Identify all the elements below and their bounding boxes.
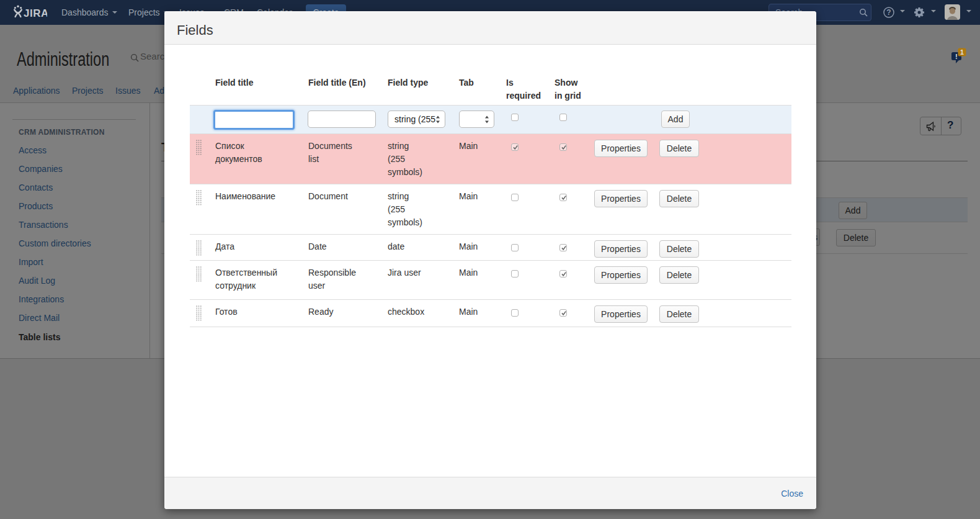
svg-text:!: ! <box>955 53 958 60</box>
svg-text:1: 1 <box>960 48 964 56</box>
svg-text:JIRA: JIRA <box>24 7 47 19</box>
svg-text:?: ? <box>886 8 891 17</box>
